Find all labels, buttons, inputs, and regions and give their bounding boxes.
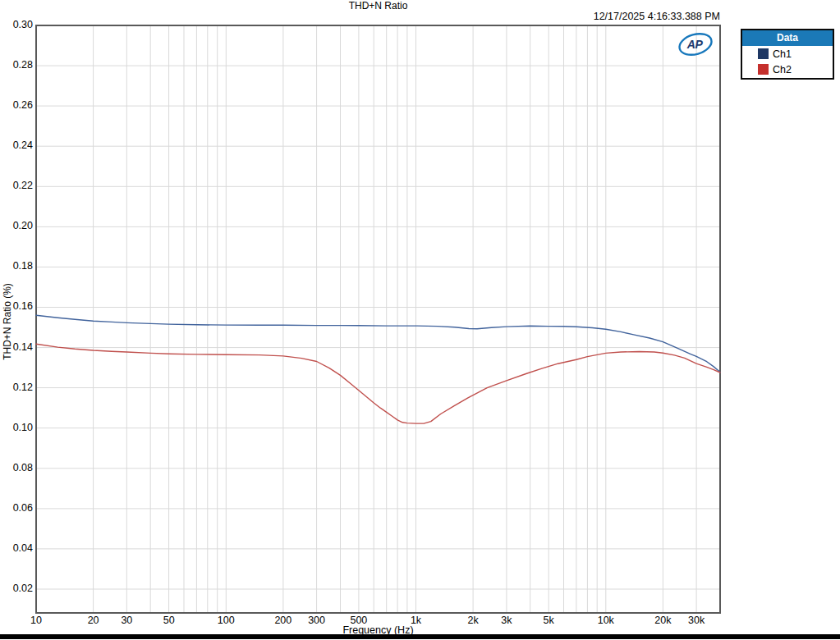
x-tick-label: 1k: [396, 615, 437, 626]
ch1-color-swatch: [758, 48, 769, 59]
y-tick-label: 0.16: [0, 300, 33, 312]
x-tick-label: 3k: [486, 615, 527, 626]
series-line-ch1: [36, 315, 720, 372]
x-tick-label: 10: [16, 615, 57, 626]
y-tick-label: 0.18: [0, 260, 33, 272]
ch2-color-swatch: [758, 64, 769, 75]
x-tick-label: 10k: [585, 615, 627, 626]
y-tick-label: 0.04: [0, 542, 33, 554]
legend-item-label: Ch2: [773, 64, 792, 75]
y-tick-label: 0.24: [0, 139, 33, 151]
ap-logo: AP: [676, 30, 715, 58]
y-tick-label: 0.22: [0, 180, 33, 191]
y-tick-label: 0.14: [0, 341, 33, 353]
y-tick-label: 0.10: [0, 422, 33, 433]
x-tick-label: 50: [149, 615, 190, 626]
legend-item-ch2[interactable]: Ch2: [742, 62, 833, 77]
y-tick-label: 0.30: [0, 19, 33, 30]
y-tick-label: 0.12: [0, 382, 33, 393]
legend-header: Data: [742, 30, 833, 46]
y-tick-label: 0.08: [0, 462, 33, 473]
legend-item-ch1[interactable]: Ch1: [742, 46, 833, 62]
y-tick-label: 0.26: [0, 99, 33, 111]
y-tick-label: 0.28: [0, 59, 33, 71]
x-tick-label: 100: [205, 615, 246, 626]
legend-item-label: Ch1: [773, 48, 792, 60]
y-tick-label: 0.02: [0, 583, 33, 594]
y-tick-label: 0.06: [0, 502, 33, 514]
x-tick-label: 500: [338, 615, 379, 626]
legend-panel: Data Ch1 Ch2: [741, 29, 834, 80]
chart-window: THD+N Ratio 12/17/2025 4:16:33.388 PM TH…: [0, 0, 840, 640]
y-tick-label: 0.20: [0, 220, 33, 231]
bottom-divider-bar: [0, 634, 840, 639]
plot-border: [36, 25, 720, 613]
ap-logo-text: AP: [686, 38, 704, 51]
x-tick-label: 30k: [676, 615, 717, 626]
series-line-ch2: [36, 344, 720, 423]
x-tick-label: 30: [106, 615, 147, 626]
x-tick-label: 5k: [528, 615, 569, 626]
x-tick-label: 300: [296, 615, 337, 626]
chart-svg: [0, 0, 840, 640]
